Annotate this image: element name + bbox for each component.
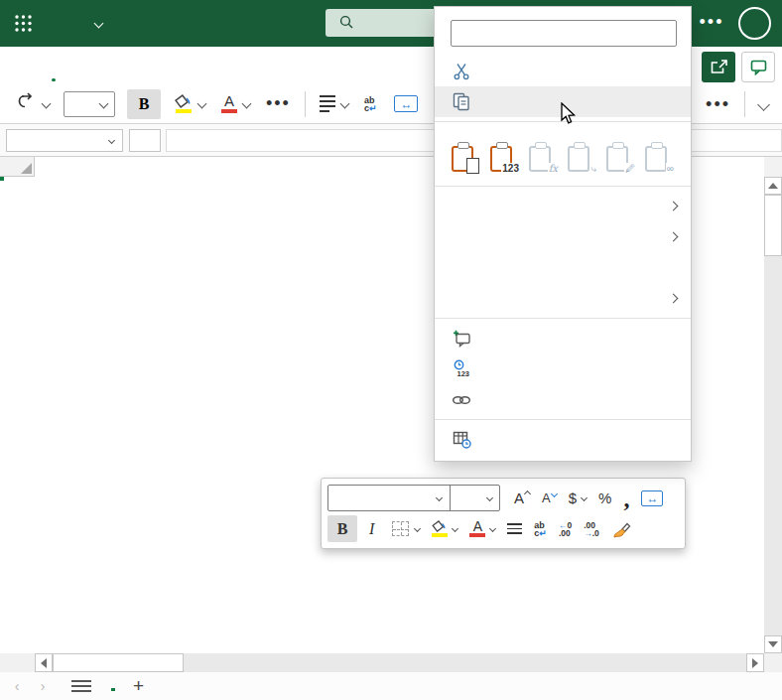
paste-transpose-icon[interactable]: ⤷ (567, 142, 596, 174)
menu-item-delete[interactable] (435, 221, 691, 252)
paste-icon[interactable] (451, 142, 480, 174)
more-font-options-icon[interactable]: ••• (262, 89, 295, 119)
scroll-up-button[interactable] (764, 177, 782, 195)
copy-icon (451, 92, 472, 111)
chevron-down-icon (486, 494, 493, 501)
undo-button[interactable] (12, 89, 54, 119)
menu-item-new-comment[interactable] (435, 323, 691, 353)
insert-function-button[interactable] (129, 129, 161, 152)
merge-cells-button-mini[interactable]: ↔ (635, 485, 669, 511)
scroll-right-button[interactable] (746, 653, 764, 672)
add-sheet-button[interactable]: + (133, 675, 144, 697)
increase-font-size-button[interactable]: A (508, 485, 536, 511)
next-sheet-chevron-icon[interactable]: › (30, 678, 56, 694)
align-icon (320, 95, 335, 111)
decrease-decimal-button[interactable]: ←0.00 (553, 515, 578, 542)
font-size-select[interactable] (64, 91, 115, 117)
align-button[interactable] (316, 89, 352, 119)
wrap-text-button[interactable]: abc↵ (360, 89, 381, 119)
toolbar-divider (305, 91, 306, 117)
paste-formulas-icon[interactable]: fx (528, 142, 558, 174)
avatar[interactable] (738, 7, 771, 40)
chevron-down-icon (99, 99, 109, 109)
scroll-down-button[interactable] (764, 635, 782, 653)
select-all-corner[interactable] (0, 157, 35, 177)
sheet-bar: ‹ › + (0, 672, 782, 700)
sheet-tab-sheet1[interactable] (111, 681, 115, 691)
comma-format-button[interactable]: , (617, 485, 635, 511)
document-title[interactable] (87, 20, 102, 27)
wrap-text-icon: abc↵ (534, 521, 547, 537)
align-button-mini[interactable] (501, 515, 528, 542)
font-color-icon: A (221, 94, 237, 113)
menu-item-number-format[interactable]: 123 (435, 353, 691, 384)
menu-item-cut[interactable] (435, 56, 691, 86)
fill-color-button[interactable] (171, 89, 209, 119)
currency-format-button[interactable]: $ (563, 485, 592, 511)
fill-color-icon (432, 520, 448, 537)
comments-button[interactable] (741, 52, 775, 82)
font-name-select[interactable] (328, 486, 450, 510)
horizontal-scroll-thumb[interactable] (53, 653, 184, 672)
chevron-down-icon (108, 137, 115, 144)
chevron-down-icon (94, 19, 104, 29)
wrap-text-button-mini[interactable]: abc↵ (528, 515, 553, 542)
horizontal-scrollbar[interactable] (35, 653, 764, 672)
paste-values-icon[interactable]: 123 (489, 142, 519, 174)
increase-decimal-button[interactable]: .00→.0 (578, 515, 605, 542)
scroll-left-button[interactable] (35, 653, 53, 672)
previous-sheet-chevron-icon[interactable]: ‹ (4, 678, 30, 694)
bold-button-mini[interactable]: B (327, 515, 357, 542)
font-color-icon: A (469, 520, 485, 537)
format-painter-icon (611, 520, 631, 538)
more-ribbon-commands-icon[interactable]: ••• (702, 89, 734, 119)
name-box[interactable] (6, 129, 123, 152)
borders-button[interactable] (386, 515, 426, 542)
submenu-chevron-icon (669, 232, 679, 242)
search-icon (339, 15, 353, 32)
menu-item-sort[interactable] (435, 283, 691, 314)
paste-options-row: 123 fx ⤷ 🖉 ∞ (435, 136, 691, 182)
share-button[interactable] (702, 52, 735, 82)
tab-formulas[interactable] (187, 47, 191, 84)
app-launcher-waffle-icon[interactable] (0, 14, 46, 33)
italic-button[interactable]: I (363, 515, 380, 542)
merge-cells-icon: ↔ (394, 95, 418, 112)
menu-item-hyperlink[interactable] (435, 384, 691, 415)
undo-icon (16, 91, 38, 116)
menu-item-insert[interactable] (435, 191, 691, 221)
tab-page-layout[interactable] (153, 47, 157, 84)
bold-button[interactable]: B (127, 89, 161, 119)
fill-color-button-mini[interactable] (426, 515, 463, 542)
tab-insert[interactable] (85, 47, 89, 84)
merge-cells-button[interactable]: ↔ (390, 89, 422, 119)
scissors-icon (451, 63, 472, 80)
context-menu: 123 fx ⤷ 🖉 ∞ 123 (434, 6, 692, 462)
collapse-ribbon-chevron-icon[interactable] (755, 89, 772, 119)
chevron-down-icon (197, 99, 207, 109)
font-size-select-mini[interactable] (450, 486, 499, 510)
paste-link-icon[interactable]: ∞ (644, 142, 674, 174)
format-painter-button[interactable] (605, 515, 637, 542)
tab-file[interactable] (18, 47, 22, 84)
vertical-scroll-thumb[interactable] (764, 195, 782, 256)
new-comment-icon (451, 330, 472, 348)
tab-home[interactable] (52, 47, 56, 84)
paste-formatting-icon[interactable]: 🖉 (605, 142, 635, 174)
all-sheets-menu-icon[interactable] (71, 680, 91, 692)
menu-item-clear-contents[interactable] (435, 252, 691, 283)
decrease-font-size-button[interactable]: A (536, 485, 563, 511)
header-more-options-icon[interactable]: ••• (698, 12, 725, 34)
menu-item-show-changes[interactable] (435, 424, 691, 455)
tab-draw[interactable] (119, 47, 123, 84)
show-changes-icon (451, 430, 472, 449)
font-color-button-mini[interactable]: A (463, 515, 501, 542)
vertical-scrollbar[interactable] (764, 177, 782, 653)
font-color-button[interactable]: A (217, 89, 254, 119)
context-menu-search-input[interactable] (451, 20, 677, 47)
merge-cells-icon: ↔ (641, 490, 663, 506)
wrap-text-icon: abc↵ (364, 96, 377, 112)
percent-format-button[interactable]: % (592, 485, 617, 511)
fill-color-icon (175, 94, 193, 113)
number-format-icon: 123 (451, 359, 472, 378)
